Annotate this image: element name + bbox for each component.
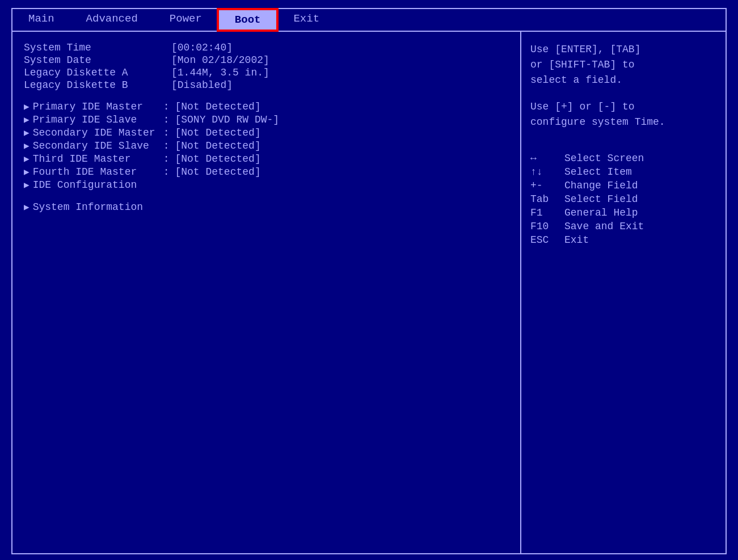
colon-separator: :: [163, 127, 170, 138]
arrow-icon: ▶: [24, 179, 29, 191]
field-row: Legacy Diskette B[Disabled]: [24, 79, 509, 91]
help-line2: or [SHIFT-TAB] to: [530, 59, 635, 70]
menu-bar: MainAdvancedPowerBootExit: [11, 8, 727, 32]
sub-item-label: Secondary IDE Master: [33, 127, 163, 138]
menu-item-main[interactable]: Main: [12, 9, 70, 31]
help-text2: Use [+] or [-] toconfigure system Time.: [530, 99, 716, 130]
sub-item-value: [Not Detected]: [175, 140, 260, 151]
menu-item-exit[interactable]: Exit: [277, 9, 335, 31]
menu-item-boot[interactable]: Boot: [218, 9, 278, 31]
arrow-icon: ▶: [24, 140, 29, 151]
sub-item-value: [SONY DVD RW DW-]: [175, 114, 279, 125]
sub-item-label: Primary IDE Slave: [33, 114, 163, 125]
shortcut-key: ESC: [530, 234, 564, 246]
sub-item-value: [Not Detected]: [175, 166, 260, 178]
shortcut-row: ↑↓Select Item: [530, 166, 716, 178]
sub-item-value: [Not Detected]: [175, 153, 260, 165]
sub-item-row[interactable]: ▶Fourth IDE Master:[Not Detected]: [24, 166, 509, 178]
sub-item-label: Primary IDE Master: [33, 101, 163, 112]
shortcut-table: ↔Select Screen↑↓Select Item+-Change Fiel…: [530, 153, 716, 248]
shortcut-row: F1General Help: [530, 207, 716, 218]
shortcut-row: ↔Select Screen: [530, 153, 716, 164]
sub-item-label: IDE Configuration: [33, 179, 163, 191]
main-area: System Time[00:02:40]System Date[Mon 02/…: [11, 32, 727, 554]
shortcut-desc: Select Screen: [564, 153, 644, 164]
field-label: Legacy Diskette B: [24, 79, 171, 91]
help-line3: select a field.: [530, 74, 622, 86]
sub-item-label: Secondary IDE Slave: [33, 140, 163, 151]
sub-item-value: [Not Detected]: [175, 127, 260, 138]
shortcut-row: +-Change Field: [530, 180, 716, 191]
bottom-item-row[interactable]: ▶System Information: [24, 201, 509, 213]
menu-item-advanced[interactable]: Advanced: [70, 9, 154, 31]
fields-section: System Time[00:02:40]System Date[Mon 02/…: [24, 42, 509, 91]
sub-item-label: Third IDE Master: [33, 153, 163, 165]
field-row: Legacy Diskette A[1.44M, 3.5 in.]: [24, 67, 509, 78]
arrow-icon: ▶: [24, 166, 29, 178]
help-line6: configure system Time.: [530, 116, 665, 128]
shortcut-desc: Change Field: [564, 180, 638, 191]
shortcut-desc: Select Item: [564, 166, 632, 178]
field-label: System Time: [24, 42, 171, 53]
field-label: Legacy Diskette A: [24, 67, 171, 78]
colon-separator: :: [163, 114, 170, 125]
field-value: [00:02:40]: [171, 42, 233, 53]
shortcut-key: ↔: [530, 153, 564, 164]
shortcut-desc: Select Field: [564, 193, 638, 205]
bottom-item-label: System Information: [33, 201, 163, 213]
shortcut-row: ESCExit: [530, 234, 716, 246]
shortcut-key: F10: [530, 221, 564, 232]
menu-item-power[interactable]: Power: [154, 9, 218, 31]
arrow-icon: ▶: [24, 127, 29, 138]
arrow-icon: ▶: [24, 114, 29, 125]
help-line1: Use [ENTER], [TAB]: [530, 44, 640, 55]
colon-separator: :: [163, 101, 170, 112]
left-panel: System Time[00:02:40]System Date[Mon 02/…: [12, 32, 521, 553]
help-text: Use [ENTER], [TAB]or [SHIFT-TAB] toselec…: [530, 42, 716, 88]
arrow-icon: ▶: [24, 201, 29, 213]
field-value: [Disabled]: [171, 79, 233, 91]
shortcut-desc: General Help: [564, 207, 638, 218]
field-label: System Date: [24, 54, 171, 66]
sub-item-row[interactable]: ▶Primary IDE Master:[Not Detected]: [24, 101, 509, 112]
shortcut-row: TabSelect Field: [530, 193, 716, 205]
sub-item-row[interactable]: ▶Primary IDE Slave:[SONY DVD RW DW-]: [24, 114, 509, 125]
help-line5: Use [+] or [-] to: [530, 101, 635, 112]
shortcut-key: ↑↓: [530, 166, 564, 178]
sub-item-value: [Not Detected]: [175, 101, 260, 112]
colon-separator: :: [163, 166, 170, 178]
sub-item-row[interactable]: ▶IDE Configuration: [24, 179, 509, 191]
sub-items-section: ▶Primary IDE Master:[Not Detected]▶Prima…: [24, 101, 509, 191]
arrow-icon: ▶: [24, 101, 29, 112]
sub-item-row[interactable]: ▶Secondary IDE Slave:[Not Detected]: [24, 140, 509, 151]
shortcut-key: +-: [530, 180, 564, 191]
sub-item-row[interactable]: ▶Secondary IDE Master:[Not Detected]: [24, 127, 509, 138]
right-panel: Use [ENTER], [TAB]or [SHIFT-TAB] toselec…: [521, 32, 726, 553]
field-value: [Mon 02/18/2002]: [171, 54, 269, 66]
field-row: System Date[Mon 02/18/2002]: [24, 54, 509, 66]
field-value: [1.44M, 3.5 in.]: [171, 67, 269, 78]
shortcut-desc: Exit: [564, 234, 589, 246]
colon-separator: :: [163, 140, 170, 151]
colon-separator: :: [163, 153, 170, 165]
shortcut-key: Tab: [530, 193, 564, 205]
sub-item-row[interactable]: ▶Third IDE Master:[Not Detected]: [24, 153, 509, 165]
arrow-icon: ▶: [24, 153, 29, 165]
bottom-items-section: ▶System Information: [24, 201, 509, 213]
shortcut-row: F10Save and Exit: [530, 221, 716, 232]
shortcut-key: F1: [530, 207, 564, 218]
sub-item-label: Fourth IDE Master: [33, 166, 163, 178]
shortcut-desc: Save and Exit: [564, 221, 644, 232]
field-row: System Time[00:02:40]: [24, 42, 509, 53]
